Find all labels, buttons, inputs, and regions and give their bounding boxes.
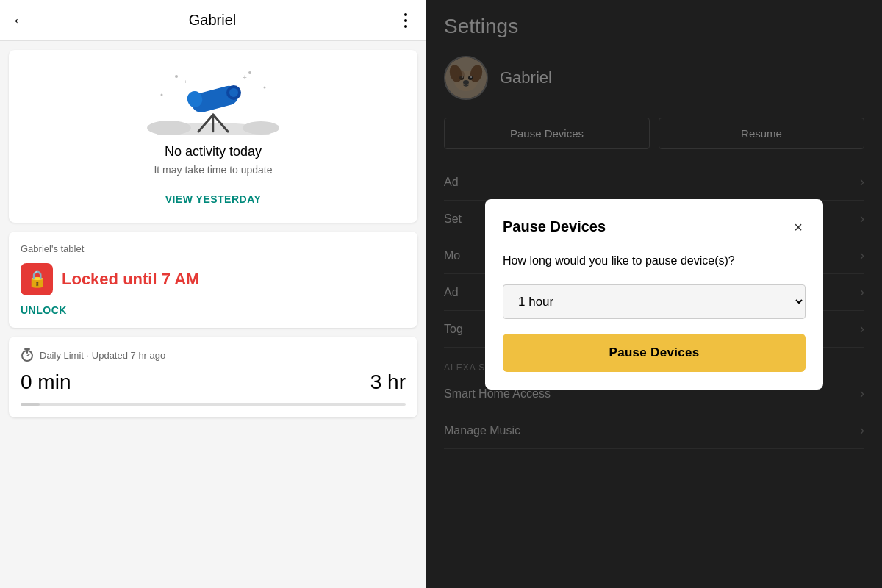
no-activity-subtitle: It may take time to update bbox=[154, 164, 272, 176]
left-header: ← Gabriel bbox=[0, 0, 426, 41]
locked-row: 🔒 Locked until 7 AM bbox=[21, 263, 406, 295]
timer-icon bbox=[21, 348, 34, 362]
locked-until-text: Locked until 7 AM bbox=[62, 270, 199, 289]
modal-question: How long would you like to pause device(… bbox=[503, 252, 806, 270]
left-panel: ← Gabriel + + bbox=[0, 0, 426, 588]
locked-card: Gabriel's tablet 🔒 Locked until 7 AM UNL… bbox=[9, 232, 417, 328]
daily-min-value: 0 min bbox=[21, 370, 71, 394]
svg-point-1 bbox=[147, 121, 191, 135]
svg-point-2 bbox=[243, 121, 279, 135]
svg-text:+: + bbox=[243, 74, 247, 82]
svg-point-9 bbox=[229, 88, 238, 97]
progress-bar-fill bbox=[21, 403, 40, 406]
more-menu-button[interactable] bbox=[397, 12, 415, 29]
pause-devices-modal: Pause Devices × How long would you like … bbox=[485, 199, 823, 390]
no-activity-title: No activity today bbox=[165, 144, 262, 159]
modal-pause-button[interactable]: Pause Devices bbox=[503, 334, 806, 372]
daily-limit-header: Daily Limit · Updated 7 hr ago bbox=[21, 348, 406, 362]
svg-point-12 bbox=[264, 87, 266, 89]
back-button[interactable]: ← bbox=[12, 11, 28, 30]
progress-bar-container bbox=[21, 403, 406, 406]
duration-select[interactable]: 30 minutes 1 hour 2 hours 4 hours Until … bbox=[503, 284, 806, 319]
activity-card: + + No activity today It may take time t… bbox=[9, 50, 417, 223]
page-title: Gabriel bbox=[189, 12, 236, 29]
view-yesterday-button[interactable]: VIEW YESTERDAY bbox=[165, 187, 262, 211]
svg-point-11 bbox=[248, 71, 251, 74]
modal-overlay[interactable]: Pause Devices × How long would you like … bbox=[426, 0, 882, 588]
modal-title: Pause Devices bbox=[503, 218, 606, 235]
daily-limit-header-text: Daily Limit · Updated 7 hr ago bbox=[40, 350, 165, 361]
daily-limit-card: Daily Limit · Updated 7 hr ago 0 min 3 h… bbox=[9, 337, 417, 417]
modal-close-button[interactable]: × bbox=[791, 217, 806, 237]
telescope-illustration: + + bbox=[147, 62, 279, 135]
svg-point-13 bbox=[161, 94, 163, 96]
modal-header: Pause Devices × bbox=[503, 217, 806, 237]
daily-hr-value: 3 hr bbox=[370, 370, 406, 394]
svg-line-18 bbox=[27, 354, 29, 356]
daily-limits-row: 0 min 3 hr bbox=[21, 370, 406, 394]
unlock-button[interactable]: UNLOCK bbox=[21, 304, 406, 316]
right-panel: Settings bbox=[426, 0, 882, 588]
device-name-label: Gabriel's tablet bbox=[21, 243, 406, 254]
svg-point-10 bbox=[175, 75, 178, 78]
svg-text:+: + bbox=[184, 79, 187, 85]
lock-icon: 🔒 bbox=[21, 263, 53, 295]
